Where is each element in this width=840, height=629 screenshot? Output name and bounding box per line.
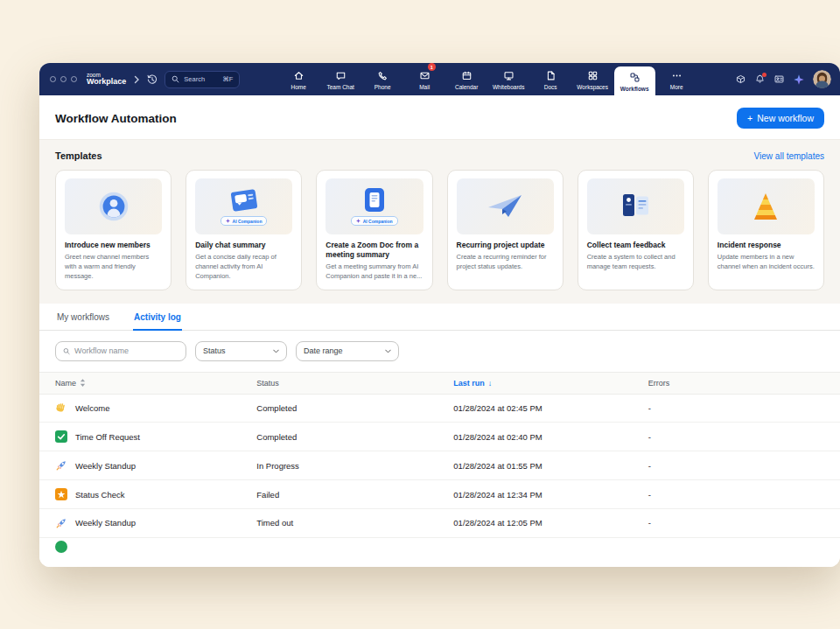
- nav-phone-label: Phone: [374, 84, 391, 90]
- page-title: Workflow Automation: [55, 112, 177, 125]
- nav-docs[interactable]: Docs: [530, 63, 571, 95]
- date-range-filter-dropdown[interactable]: Date range: [296, 341, 399, 361]
- workflow-status: Completed: [256, 432, 453, 442]
- template-card-zoom-doc[interactable]: AI Companion Create a Zoom Doc from a me…: [316, 170, 432, 290]
- ai-companion-sparkle-icon[interactable]: [793, 73, 805, 86]
- column-header-name[interactable]: Name: [55, 379, 256, 388]
- sort-desc-arrow-icon: ↓: [488, 379, 493, 388]
- template-card-title: Incident response: [718, 241, 815, 250]
- template-card-art: [65, 178, 162, 234]
- template-card-incident-response[interactable]: Incident response Update members in a ne…: [708, 170, 824, 290]
- apps-box-icon[interactable]: [735, 73, 746, 85]
- window-controls[interactable]: [50, 76, 77, 82]
- global-search-input[interactable]: Search ⌘F: [164, 71, 240, 88]
- workflow-name: Time Off Request: [75, 432, 140, 442]
- nav-workflows[interactable]: Workflows: [614, 66, 655, 95]
- workflow-status: In Progress: [256, 461, 453, 471]
- workflow-errors: -: [648, 490, 824, 500]
- workflow-status: Completed: [256, 403, 453, 413]
- template-card-introduce-members[interactable]: Introduce new members Greet new channel …: [55, 170, 172, 290]
- rocket-icon: [55, 459, 67, 472]
- search-placeholder-text: Search: [184, 75, 218, 83]
- nav-more[interactable]: More: [656, 63, 697, 95]
- nav-docs-label: Docs: [544, 84, 557, 90]
- view-all-templates-link[interactable]: View all templates: [754, 151, 824, 161]
- tab-my-workflows[interactable]: My workflows: [56, 304, 110, 331]
- workflows-icon: [629, 72, 640, 83]
- warning-cone-icon: [748, 191, 783, 222]
- history-icon[interactable]: [146, 73, 158, 86]
- table-row[interactable]: Weekly Standup In Progress 01/28/2024 at…: [39, 451, 840, 480]
- contact-card-icon[interactable]: [774, 73, 785, 85]
- main-nav: Home Team Chat Phone 1 Mail Calendar: [243, 63, 732, 95]
- column-header-last-run[interactable]: Last run ↓: [453, 379, 648, 388]
- calendar-icon: [461, 70, 472, 81]
- nav-mail[interactable]: 1 Mail: [404, 63, 445, 95]
- topbar-left: zoom Workplace Search ⌘F: [50, 63, 240, 95]
- workflow-name-input[interactable]: [74, 346, 178, 355]
- nav-phone[interactable]: Phone: [362, 63, 403, 95]
- sparkle-icon: [226, 219, 230, 223]
- table-row[interactable]: Weekly Standup Timed out 01/28/2024 at 1…: [39, 509, 840, 538]
- table-row[interactable]: [39, 538, 840, 567]
- table-row[interactable]: Status Check Failed 01/28/2024 at 12:34 …: [39, 480, 840, 509]
- search-shortcut-hint: ⌘F: [222, 75, 233, 83]
- workflow-status: Failed: [256, 490, 453, 500]
- nav-calendar[interactable]: Calendar: [446, 63, 487, 95]
- workflow-last-run: 01/28/2024 at 12:05 PM: [453, 518, 648, 528]
- new-workflow-label: New workflow: [757, 113, 814, 123]
- nav-home-label: Home: [291, 84, 306, 90]
- notifications-bell-icon[interactable]: [754, 73, 766, 85]
- window-minimize-button[interactable]: [60, 76, 66, 82]
- template-card-collect-feedback[interactable]: Collect team feedback Create a system to…: [578, 170, 694, 290]
- tab-activity-log[interactable]: Activity log: [133, 304, 182, 331]
- nav-workspaces[interactable]: Workspaces: [572, 63, 613, 95]
- nav-team-chat[interactable]: Team Chat: [320, 63, 361, 95]
- workflow-tabs: My workflows Activity log: [39, 304, 840, 331]
- nav-workflows-label: Workflows: [620, 86, 649, 92]
- new-workflow-button[interactable]: + New workflow: [737, 108, 824, 129]
- team-chat-icon: [335, 70, 346, 81]
- templates-heading: Templates: [55, 150, 102, 161]
- app-window: zoom Workplace Search ⌘F: [39, 63, 840, 567]
- waving-hand-icon: [55, 402, 67, 414]
- workflow-name-search[interactable]: [55, 341, 186, 361]
- zoom-workplace-logo: zoom Workplace: [87, 72, 126, 87]
- window-close-button[interactable]: [50, 76, 56, 82]
- sort-icon: [80, 379, 86, 387]
- status-filter-dropdown[interactable]: Status: [195, 341, 287, 361]
- whiteboards-icon: [503, 70, 514, 81]
- ai-companion-badge: AI Companion: [220, 216, 267, 226]
- column-header-status: Status: [256, 379, 453, 388]
- template-card-desc: Update members in a new channel when an …: [718, 253, 815, 272]
- workflow-status: Timed out: [256, 518, 453, 528]
- more-icon: [671, 70, 682, 81]
- nav-home[interactable]: Home: [278, 63, 319, 95]
- logo-workplace-text: Workplace: [87, 78, 126, 87]
- orange-star-icon: [55, 488, 67, 500]
- feedback-clipboard-icon: [616, 192, 654, 221]
- template-card-recurring-update[interactable]: Recurring project update Create a recurr…: [447, 170, 564, 290]
- docs-icon: [545, 70, 556, 81]
- nav-calendar-label: Calendar: [455, 84, 478, 90]
- workflow-last-run: 01/28/2024 at 02:40 PM: [453, 432, 648, 442]
- template-card-art: [587, 178, 684, 234]
- window-maximize-button[interactable]: [71, 76, 77, 82]
- home-icon: [293, 70, 304, 81]
- sidebar-expand-chevron[interactable]: [133, 75, 140, 84]
- template-card-title: Recurring project update: [457, 241, 554, 250]
- person-circle-icon: [95, 188, 132, 225]
- nav-whiteboards-label: Whiteboards: [493, 84, 525, 90]
- table-row[interactable]: Time Off Request Completed 01/28/2024 at…: [39, 423, 840, 451]
- mail-unread-badge: 1: [428, 63, 436, 71]
- template-card-daily-chat-summary[interactable]: AI Companion Daily chat summary Get a co…: [186, 170, 302, 290]
- template-card-desc: Create a recurring reminder for project …: [457, 253, 554, 272]
- nav-whiteboards[interactable]: Whiteboards: [488, 63, 529, 95]
- table-row[interactable]: Welcome Completed 01/28/2024 at 02:45 PM…: [39, 395, 840, 423]
- page-header: Workflow Automation + New workflow: [39, 95, 840, 139]
- topbar: zoom Workplace Search ⌘F: [39, 63, 840, 95]
- user-avatar[interactable]: [813, 70, 831, 88]
- workflow-name: Weekly Standup: [75, 461, 136, 471]
- templates-section: Templates View all templates Introduce n…: [39, 139, 840, 304]
- green-check-icon: [55, 430, 67, 443]
